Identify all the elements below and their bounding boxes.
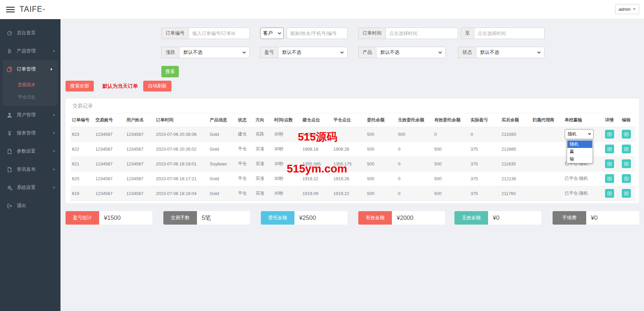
edit-icon-button[interactable] — [622, 174, 631, 183]
column-header: 建仓点位 — [301, 113, 332, 127]
cell-win-lose-control: 随机随机赢输 — [563, 127, 604, 142]
table-icon — [607, 132, 612, 136]
cell-status: 建仓 — [237, 127, 254, 142]
control-option[interactable]: 赢 — [567, 148, 592, 155]
table-row: 622123456712345672023-07-06 20:35:02Gold… — [71, 142, 635, 156]
table-icon — [624, 132, 629, 136]
sidebar-item-label: 报表管理 — [17, 130, 36, 136]
cell-edit — [620, 142, 635, 156]
sidebar-subitem-close-log[interactable]: 平仓日志 — [3, 91, 58, 103]
column-header: 归属代理商 — [531, 113, 563, 127]
product-select[interactable]: 默认不选 — [376, 47, 446, 58]
topbar: TAIFE- admin — [0, 0, 644, 19]
control-select[interactable]: 随机 — [565, 129, 594, 139]
column-header: 订单编号 — [71, 113, 94, 127]
stat-label: 盈亏统计 — [66, 211, 99, 225]
edit-icon-button[interactable] — [622, 159, 631, 168]
table-icon — [624, 192, 629, 195]
chevron-down-icon — [243, 50, 246, 53]
menu-toggle-icon[interactable] — [6, 7, 15, 12]
sidebar-item-label: 系统设置 — [17, 185, 36, 191]
cell-user-name: 1234567 — [125, 127, 155, 142]
cell-direction: 买涨 — [254, 156, 273, 171]
column-header: 单控赢输 — [563, 113, 604, 127]
edit-icon-button[interactable] — [622, 189, 631, 198]
cell-balance-after: 213260 — [500, 127, 531, 142]
customer-input[interactable] — [287, 28, 348, 39]
details-icon-button[interactable] — [605, 130, 614, 139]
details-icon-button[interactable] — [605, 145, 614, 153]
order-no-input[interactable] — [189, 28, 250, 39]
cell-entrust: 500 — [366, 156, 397, 171]
cell-status: 平仓 — [237, 171, 254, 186]
chevron-right-icon — [53, 50, 55, 52]
column-header: 平仓点位 — [332, 113, 366, 127]
details-icon-button[interactable] — [605, 159, 614, 168]
updown-select[interactable]: 默认不选 — [179, 47, 250, 58]
profit-select[interactable]: 默认不选 — [278, 47, 348, 58]
stat-label: 交易手数 — [163, 211, 197, 225]
cell-open-price: 1355.085 — [301, 156, 332, 171]
sidebar-item-news[interactable]: 资讯发布 — [0, 160, 61, 179]
sidebar-item-products[interactable]: 产品管理 — [0, 42, 61, 60]
app-logo: TAIFE- — [19, 5, 45, 14]
sidebar-item-orders[interactable]: 订单管理 — [3, 60, 58, 78]
edit-icon-button[interactable] — [622, 145, 631, 153]
cell-invalid-entrust: 0 — [397, 142, 433, 156]
edit-icon-button[interactable] — [622, 130, 631, 139]
sidebar-item-logout[interactable]: 退出 — [0, 197, 61, 215]
cell-direction: 买涨 — [254, 142, 273, 156]
chevron-right-icon — [51, 68, 52, 71]
auto-refresh-button[interactable]: 自动刷新 — [143, 81, 171, 91]
cell-open-price: 1905.3 — [301, 127, 332, 142]
cell-edit — [620, 186, 635, 201]
sidebar-subitem-trade-flow[interactable]: 交易流水 — [3, 78, 58, 91]
cell-account: 1234567 — [94, 156, 125, 171]
stat-label: 手续费 — [553, 211, 586, 225]
search-all-button[interactable]: 搜索全部 — [66, 81, 94, 91]
cell-account: 1234567 — [94, 186, 125, 201]
customer-type-select[interactable]: 客户 — [260, 28, 284, 39]
column-header: 编辑 — [620, 113, 635, 127]
cell-duration: 30秒 — [273, 127, 301, 142]
trade-records-table: 订单编号交易账号用户姓名订单时间产品信息状态方向时间/点数建仓点位平仓点位委托余… — [71, 113, 635, 201]
search-button[interactable]: 搜索 — [161, 66, 179, 77]
table-row: 620123456712345672023-07-06 18:17:21Gold… — [71, 171, 635, 186]
cell-order-no: 620 — [71, 171, 94, 186]
filter-group-time-end: 至 — [461, 28, 545, 39]
cell-product: Soybean — [208, 156, 237, 171]
status-select[interactable]: 默认不选 — [476, 47, 545, 58]
stat-value: ¥2000 — [392, 211, 445, 225]
stat-item: 有效金额¥2000 — [358, 211, 445, 225]
time-start-input[interactable] — [386, 28, 458, 39]
cell-account: 1234567 — [94, 142, 125, 156]
cell-edit — [620, 156, 635, 171]
chevron-right-icon — [53, 168, 55, 171]
main-content: 订单编号客户订单时间至涨跌默认不选盈亏默认不选产品默认不选状态默认不选 搜索 搜… — [61, 19, 644, 311]
cell-duration: 30秒 — [273, 156, 301, 171]
column-header: 有效委托余额 — [433, 113, 469, 127]
control-option[interactable]: 随机 — [567, 141, 592, 148]
details-icon-button[interactable] — [605, 174, 614, 183]
chevron-down-icon — [588, 132, 591, 135]
details-icon-button[interactable] — [605, 189, 614, 198]
cell-order-no: 621 — [71, 156, 94, 171]
control-option[interactable]: 输 — [567, 155, 592, 163]
user-menu[interactable]: admin — [615, 4, 639, 14]
cell-profit: 375 — [469, 171, 500, 186]
cell-direction: 买涨 — [254, 171, 273, 186]
filter-group-order-no: 订单编号 — [161, 28, 250, 39]
filter-label: 至 — [461, 28, 474, 39]
trade-records-card: 交易记录 订单编号交易账号用户姓名订单时间产品信息状态方向时间/点数建仓点位平仓… — [66, 99, 639, 203]
column-header: 方向 — [254, 113, 273, 127]
cell-details — [604, 171, 620, 186]
sidebar-item-params[interactable]: 参数设置 — [0, 142, 61, 160]
sidebar-item-reports[interactable]: 报表管理 — [0, 124, 61, 142]
stat-label: 无效金额 — [454, 211, 488, 225]
sidebar-item-dashboard[interactable]: 后台首页 — [0, 24, 61, 42]
sidebar-item-users[interactable]: 用户管理 — [0, 106, 61, 124]
sidebar-item-system[interactable]: 系统设置 — [0, 179, 61, 197]
time-end-input[interactable] — [474, 28, 545, 39]
filter-group-time-start: 订单时间 — [358, 28, 458, 39]
chevron-right-icon — [53, 150, 55, 153]
